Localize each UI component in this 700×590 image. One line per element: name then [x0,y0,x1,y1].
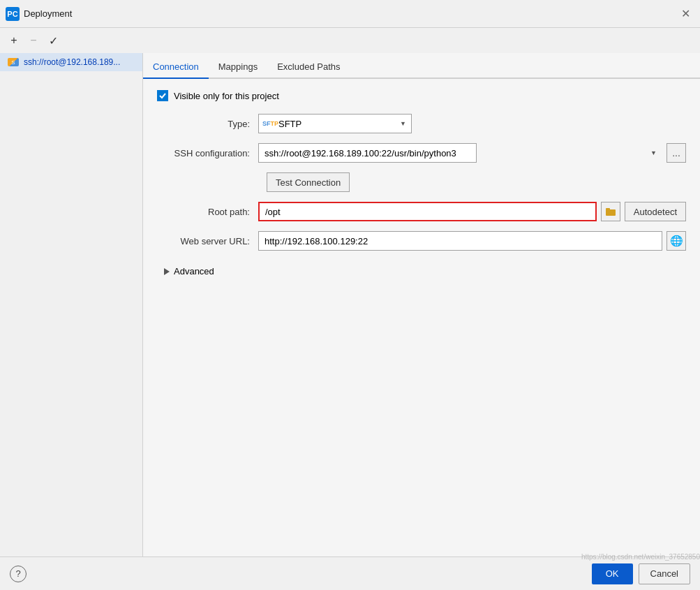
sftp-icon: S [7,57,20,67]
title-bar: PC Deployment ✕ [0,0,700,28]
ssh-config-ellipsis-button[interactable]: ... [667,143,686,163]
ok-button[interactable]: OK [592,563,633,584]
advanced-triangle-icon [164,268,170,275]
ssh-config-row: SSH configuration: ssh://root@192.168.18… [157,143,686,163]
form-content: Visible only for this project Type: SFTP… [143,79,700,556]
tab-connection[interactable]: Connection [143,56,209,79]
ssh-select-wrapper: ssh://root@192.168.189.100:22/usr/bin/py… [258,143,662,163]
folder-icon [606,207,616,216]
type-select[interactable]: SFTP [258,114,412,133]
apply-button[interactable]: ✓ [45,32,61,49]
svg-rect-1 [606,208,610,210]
autodetect-button[interactable]: Autodetect [625,202,686,221]
root-path-input-wrapper [258,202,597,221]
tabs: Connection Mappings Excluded Paths [143,53,700,79]
sidebar-item-deployment[interactable]: S ssh://root@192.168.189... [0,53,142,71]
root-path-input[interactable] [258,202,597,221]
help-button[interactable]: ? [10,566,27,582]
visible-checkbox-row: Visible only for this project [157,90,686,101]
root-path-control-group: Autodetect [258,202,686,221]
ssh-config-label: SSH configuration: [157,148,258,158]
type-control-group: SFTP SFTP [258,114,686,133]
browse-root-path-button[interactable] [601,202,620,221]
web-server-input[interactable] [258,231,662,251]
svg-rect-0 [606,209,616,216]
right-panel: Connection Mappings Excluded Paths Visib… [143,53,700,556]
bottom-bar-right: OK Cancel [592,563,690,584]
remove-button[interactable]: − [25,32,42,49]
tab-excluded-paths[interactable]: Excluded Paths [267,56,350,79]
ssh-config-control-group: ssh://root@192.168.189.100:22/usr/bin/py… [258,143,686,163]
type-label: Type: [157,119,258,129]
web-server-globe-button[interactable]: 🌐 [667,231,686,251]
close-button[interactable]: ✕ [677,6,694,22]
type-select-wrapper: SFTP SFTP [258,114,412,133]
root-path-row: Root path: [157,202,686,221]
toolbar: + − ✓ [0,28,700,53]
type-row: Type: SFTP SFTP [157,114,686,133]
visible-checkbox-label[interactable]: Visible only for this project [174,91,279,101]
app-icon: PC [6,7,20,21]
advanced-section[interactable]: Advanced [164,260,686,282]
test-connection-button[interactable]: Test Connection [267,172,350,192]
web-server-row: Web server URL: 🌐 [157,231,686,251]
root-path-group [258,202,620,221]
root-path-label: Root path: [157,207,258,217]
dialog-window: PC Deployment ✕ + − ✓ S ssh://root@192.1… [0,0,700,590]
tab-mappings[interactable]: Mappings [209,56,267,79]
sidebar: S ssh://root@192.168.189... [0,53,143,556]
web-server-control-group: 🌐 [258,231,686,251]
add-button[interactable]: + [6,32,22,49]
ssh-config-select[interactable]: ssh://root@192.168.189.100:22/usr/bin/py… [258,143,477,163]
test-connection-row: Test Connection [157,172,686,192]
advanced-label: Advanced [174,266,214,276]
visible-checkbox[interactable] [157,90,168,101]
cancel-button[interactable]: Cancel [639,563,690,584]
bottom-bar: ? OK Cancel [0,556,700,590]
checkmark-icon [158,91,167,100]
dialog-title: Deployment [24,8,677,19]
sidebar-item-label: ssh://root@192.168.189... [24,57,120,67]
main-content: S ssh://root@192.168.189... Connection M… [0,53,700,556]
web-server-label: Web server URL: [157,236,258,246]
